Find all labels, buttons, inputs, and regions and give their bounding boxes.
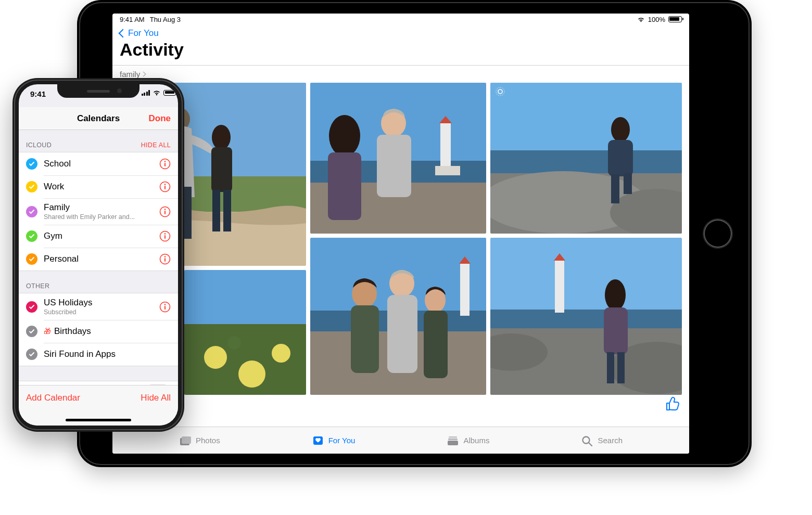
iphone-toolbar: Add Calendar Hide All (19, 385, 178, 426)
svg-rect-69 (449, 436, 457, 437)
svg-rect-82 (164, 211, 166, 214)
checkmark-icon (26, 349, 37, 360)
svg-rect-76 (164, 163, 166, 166)
info-icon[interactable] (159, 158, 171, 170)
done-button[interactable]: Done (149, 113, 171, 124)
svg-rect-63 (604, 307, 628, 354)
svg-rect-70 (448, 439, 458, 440)
info-icon[interactable] (159, 301, 171, 313)
calendar-row-gym[interactable]: Gym (19, 225, 178, 248)
info-icon[interactable] (159, 206, 171, 217)
svg-rect-52 (387, 295, 417, 373)
chevron-left-icon (119, 29, 128, 38)
calendar-row-birthdays[interactable]: 🎁︎Birthdays (19, 320, 178, 343)
svg-rect-17 (435, 166, 460, 175)
photo-tile[interactable] (310, 83, 486, 234)
photo-grid (120, 83, 682, 395)
back-button[interactable]: For You (112, 25, 689, 38)
svg-point-84 (164, 233, 166, 235)
info-icon[interactable] (159, 230, 171, 242)
iphone-screen: 9:41 Calendars Done ICLOUD HIDE ALL Scho… (19, 84, 178, 426)
tab-label: Photos (196, 436, 220, 445)
calendar-name: Gym (44, 231, 159, 241)
info-icon[interactable] (159, 253, 171, 265)
svg-point-32 (496, 87, 504, 96)
svg-rect-19 (377, 135, 411, 197)
search-tab-icon (581, 435, 593, 446)
svg-point-31 (498, 89, 502, 94)
section-header: ICLOUD (26, 141, 52, 149)
calendar-name: 🎁︎Birthdays (44, 326, 171, 337)
calendar-row-personal[interactable]: Personal (19, 248, 178, 271)
hide-all-link[interactable]: HIDE ALL (141, 141, 171, 149)
calendar-name: Personal (44, 254, 159, 264)
info-icon[interactable] (159, 181, 171, 192)
photos-tab-icon (179, 435, 192, 446)
svg-point-87 (164, 256, 166, 258)
tab-search[interactable]: Search (581, 435, 623, 446)
like-button[interactable] (665, 397, 681, 411)
checkmark-icon (26, 181, 37, 192)
calendar-row-work[interactable]: Work (19, 175, 178, 198)
calendar-row-school[interactable]: School (19, 152, 178, 175)
gift-icon: 🎁︎ (44, 327, 51, 336)
photo-tile[interactable] (184, 270, 306, 395)
svg-rect-85 (164, 235, 166, 239)
svg-point-90 (164, 304, 166, 305)
svg-rect-54 (424, 311, 448, 378)
ipad-tab-bar: Photos For You Albums Search (112, 427, 689, 454)
calendar-name: US Holidays (44, 298, 159, 308)
page-title: Activity (112, 38, 689, 65)
tab-for-you[interactable]: For You (312, 435, 356, 446)
iphone-nav-bar: Calendars Done (19, 107, 178, 130)
svg-point-40 (204, 346, 227, 369)
status-date: Thu Aug 3 (150, 16, 181, 23)
calendar-name: Siri Found in Apps (44, 349, 171, 359)
calendar-row-holidays[interactable]: US Holidays Subscribed (19, 293, 178, 320)
photo-tile[interactable] (490, 83, 682, 234)
svg-point-41 (238, 360, 265, 388)
photo-tile[interactable] (490, 238, 682, 395)
iphone-notch (57, 84, 139, 98)
tab-label: Albums (463, 436, 489, 445)
svg-rect-55 (490, 238, 682, 316)
svg-line-73 (589, 443, 592, 446)
svg-rect-79 (164, 186, 166, 189)
svg-rect-88 (164, 258, 166, 262)
album-header[interactable]: family (112, 66, 689, 83)
status-time: 9:41 (30, 89, 46, 98)
calendar-name: School (44, 159, 159, 169)
svg-rect-47 (460, 264, 470, 316)
svg-rect-56 (490, 310, 682, 331)
svg-rect-15 (440, 123, 451, 170)
ipad-screen: 9:41 AM Thu Aug 3 100% For You Activity … (112, 14, 689, 454)
svg-rect-67 (182, 436, 191, 444)
section-header: OTHER (26, 282, 49, 290)
live-photo-icon (494, 86, 682, 234)
hide-all-button[interactable]: Hide All (141, 393, 171, 403)
ipad-status-bar: 9:41 AM Thu Aug 3 100% (112, 14, 689, 25)
checkmark-icon (26, 326, 37, 337)
svg-rect-21 (328, 152, 361, 220)
checkmark-icon (26, 206, 37, 217)
foryou-tab-icon (312, 435, 324, 446)
photo-tile[interactable] (310, 238, 486, 395)
home-indicator (66, 419, 131, 421)
calendar-row-family[interactable]: Family Shared with Emily Parker and... (19, 198, 178, 225)
svg-point-20 (329, 115, 360, 157)
section-other: OTHER US Holidays Subscribed 🎁︎Birthdays (19, 271, 178, 366)
svg-rect-91 (164, 306, 166, 310)
svg-rect-38 (184, 270, 306, 327)
calendar-name: Family (44, 202, 159, 213)
checkmark-icon (26, 230, 37, 242)
tab-photos[interactable]: Photos (179, 435, 220, 446)
calendar-row-siri[interactable]: Siri Found in Apps (19, 343, 178, 366)
checkmark-icon (26, 253, 37, 265)
calendar-name: Work (44, 182, 159, 192)
section-icloud: ICLOUD HIDE ALL School Work Family (19, 130, 178, 271)
battery-percent: 100% (648, 16, 665, 23)
add-calendar-button[interactable]: Add Calendar (26, 393, 80, 403)
tab-albums[interactable]: Albums (447, 435, 489, 446)
ipad-home-button[interactable] (704, 220, 732, 248)
chevron-right-icon (141, 72, 146, 77)
